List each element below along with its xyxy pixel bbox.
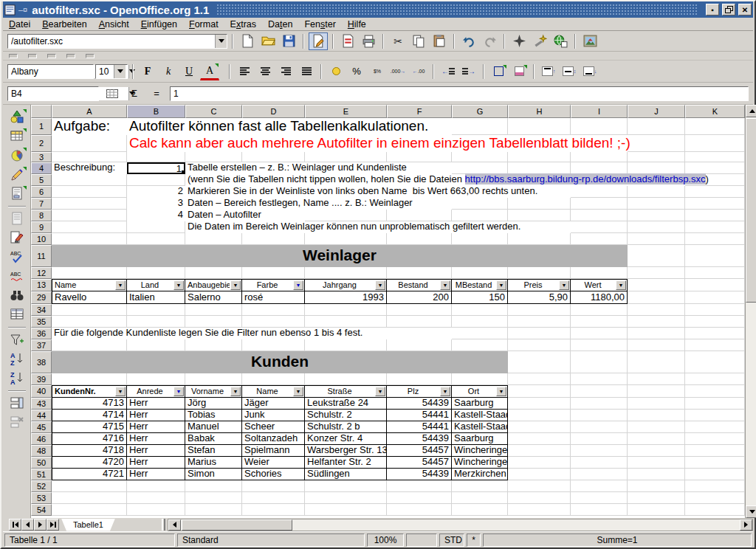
cell-H3[interactable] <box>508 152 571 162</box>
cell-B52[interactable] <box>127 480 185 492</box>
cell-I38[interactable] <box>571 351 628 373</box>
autofilter-dropdown-D13[interactable]: ▼ <box>293 280 303 290</box>
cell-G35[interactable] <box>452 316 508 328</box>
cell-I4[interactable] <box>571 162 628 174</box>
cell-A53[interactable] <box>52 492 127 504</box>
cell-D43-content[interactable]: Jäger <box>242 398 305 410</box>
column-header-I[interactable]: I <box>571 105 628 118</box>
cell-B6-content[interactable]: 2 <box>127 186 185 198</box>
cell-A35[interactable] <box>52 316 127 328</box>
cell-D13-content[interactable]: Farbe▼ <box>242 279 305 291</box>
menu-item-fenster[interactable]: Fenster <box>298 18 341 30</box>
cell-A9[interactable] <box>52 221 127 233</box>
tab-scrollbar-splitter[interactable] <box>162 519 165 531</box>
add-decimal-button[interactable]: .000→ <box>388 63 408 80</box>
cell-K36[interactable] <box>685 328 745 339</box>
cell-A50-content[interactable]: 4720 <box>52 457 127 469</box>
cell-H34[interactable] <box>508 304 571 316</box>
row-header-6[interactable]: 6 <box>31 186 52 198</box>
cell-E8[interactable] <box>305 210 387 221</box>
cell-B7-content[interactable]: 3 <box>127 198 185 210</box>
cell-A7[interactable] <box>52 198 127 210</box>
column-header-K[interactable]: K <box>685 105 745 118</box>
cell-C12[interactable] <box>185 267 242 279</box>
last-sheet-button[interactable] <box>47 519 59 531</box>
cell-G48-content[interactable]: Wincheringen <box>452 445 508 457</box>
cell-A48-content[interactable]: 4718 <box>52 445 127 457</box>
cell-C44-content[interactable]: Tobias <box>185 410 242 421</box>
autofilter-dropdown-D40[interactable]: ▼ <box>293 387 303 396</box>
cell-D3[interactable] <box>242 152 305 162</box>
ungroup-button[interactable] <box>7 413 27 431</box>
cell-E43-content[interactable]: Leukstraße 24 <box>305 398 387 410</box>
hyperlink-dialog-button[interactable] <box>551 32 570 50</box>
font-name-combobox[interactable] <box>7 64 94 79</box>
align-right-button[interactable] <box>276 63 295 80</box>
cell-G1[interactable] <box>452 118 508 135</box>
cell-I7[interactable] <box>571 198 628 210</box>
cell-K4[interactable] <box>685 162 745 174</box>
row-header-11[interactable]: 11 <box>31 245 52 267</box>
maximize-button[interactable] <box>722 4 735 15</box>
cell-A5[interactable] <box>52 174 127 186</box>
cell-A44-content[interactable]: 4714 <box>52 410 127 421</box>
menu-item-bearbeiten[interactable]: Bearbeiten <box>36 18 92 30</box>
cell-B35[interactable] <box>127 316 185 328</box>
cell-I39[interactable] <box>571 373 628 385</box>
cell-A37[interactable] <box>52 339 127 351</box>
equals-button[interactable]: = <box>148 86 165 101</box>
valign-bottom-button[interactable]: ↓ <box>580 63 599 80</box>
cell-A52[interactable] <box>52 480 127 492</box>
cell-E37[interactable] <box>305 339 387 351</box>
cell-I50[interactable] <box>571 457 628 469</box>
cell-B4-content[interactable]: 1 <box>127 162 185 174</box>
cell-C6-content[interactable]: Markieren Sie in der Weinliste von links… <box>185 186 571 198</box>
cell-A51-content[interactable]: 4721 <box>52 469 127 480</box>
cell-B54[interactable] <box>127 504 185 516</box>
status-insert-mode[interactable]: STD <box>439 534 464 547</box>
cell-B10[interactable] <box>127 233 185 245</box>
cell-I29-content[interactable]: 1180,00 <box>571 291 628 304</box>
cell-D54[interactable] <box>242 504 305 516</box>
cell-I54[interactable] <box>571 504 628 516</box>
cell-F3[interactable] <box>387 152 452 162</box>
row-header-37[interactable]: 37 <box>31 339 52 351</box>
cell-B8-content[interactable]: 4 <box>127 210 185 221</box>
menu-item-hilfe[interactable]: Hilfe <box>342 18 372 30</box>
cell-E39[interactable] <box>305 373 387 385</box>
edit-file-button[interactable] <box>309 32 328 50</box>
row-header-10[interactable]: 10 <box>31 233 52 245</box>
number-format-standard-button[interactable]: $% <box>368 63 387 80</box>
cell-F45-content[interactable]: 54441 <box>387 421 452 433</box>
cell-K7[interactable] <box>685 198 745 210</box>
url-dropdown-button[interactable] <box>215 35 227 48</box>
cell-J1[interactable] <box>628 118 685 135</box>
cell-G12[interactable] <box>452 267 508 279</box>
export-pdf-button[interactable] <box>338 32 357 50</box>
cell-I37[interactable] <box>571 339 628 351</box>
column-header-J[interactable]: J <box>628 105 685 118</box>
cell-K10[interactable] <box>685 233 745 245</box>
cell-H29-content[interactable]: 5,90 <box>508 291 571 304</box>
open-button[interactable] <box>258 32 278 50</box>
cell-H35[interactable] <box>508 316 571 328</box>
cell-J38[interactable] <box>628 351 685 373</box>
cell-A1-content[interactable]: Aufgabe: <box>52 118 127 135</box>
cell-H45[interactable] <box>508 421 571 433</box>
cell-E34[interactable] <box>305 304 387 316</box>
cell-J44[interactable] <box>628 410 685 421</box>
cell-F40-content[interactable]: Plz▼ <box>387 385 452 398</box>
cell-B9[interactable] <box>127 221 185 233</box>
cell-A45-content[interactable]: 4715 <box>52 421 127 433</box>
cell-I3[interactable] <box>571 152 628 162</box>
cell-E44-content[interactable]: Schulstr. 2 <box>305 410 387 421</box>
row-header-44[interactable]: 44 <box>31 410 52 421</box>
valign-top-button[interactable]: ↑ <box>539 63 558 80</box>
cell-B45-content[interactable]: Herr <box>127 421 185 433</box>
menu-item-format[interactable]: Format <box>183 18 224 30</box>
row-header-5[interactable]: 5 <box>31 174 52 186</box>
cell-B48-content[interactable]: Herr <box>127 445 185 457</box>
first-sheet-button[interactable] <box>9 519 21 531</box>
cell-I40[interactable] <box>571 385 628 398</box>
cell-I46[interactable] <box>571 433 628 445</box>
